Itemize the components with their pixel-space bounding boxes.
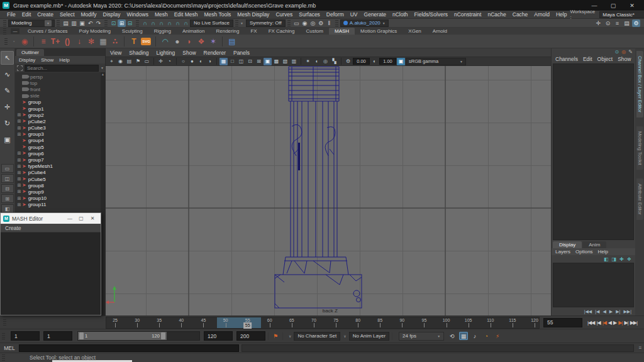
save-scene-icon[interactable]: ▣ xyxy=(78,19,86,27)
menu-windows[interactable]: Windows xyxy=(123,11,151,18)
render-current-frame-icon[interactable]: ◉ xyxy=(301,19,309,27)
shadows-icon[interactable]: ◖ xyxy=(313,58,321,65)
shelf-tab-motion-graphics[interactable]: Motion Graphics xyxy=(355,28,402,35)
grip-handle[interactable] xyxy=(136,20,139,26)
undo-icon[interactable]: ↶ xyxy=(86,19,94,27)
current-frame-marker[interactable]: 55 xyxy=(243,322,252,329)
menu-fields-solvers[interactable]: Fields/Solvers xyxy=(411,11,451,18)
outliner-item-pcube4[interactable]: ⊞➤pCube4 xyxy=(15,170,105,176)
layer-back-icon[interactable]: ◀ xyxy=(602,309,606,314)
layer-last-icon[interactable]: ▶▶| xyxy=(623,309,631,314)
chevron-icon[interactable]: ∨ xyxy=(343,334,346,338)
grip-handle[interactable] xyxy=(335,20,338,26)
image-plane-icon[interactable]: ▭ xyxy=(143,58,151,65)
render-settings-icon[interactable]: ⚙ xyxy=(317,19,325,27)
step-forward-frame-button[interactable]: ▶| xyxy=(624,320,628,326)
play-backwards-button[interactable]: ◀ xyxy=(608,320,611,326)
layer-fwd-icon[interactable]: ▶ xyxy=(609,309,613,314)
rotate-tool[interactable]: ↻ xyxy=(1,116,14,130)
expand-icon[interactable]: ⊞ xyxy=(16,119,22,124)
mash-curve-network-icon[interactable]: ◠ xyxy=(159,36,171,47)
menu-mesh-display[interactable]: Mesh Display xyxy=(234,11,272,18)
occlusion-icon[interactable]: ◎ xyxy=(321,58,330,65)
mash-swirl-icon[interactable]: ✻ xyxy=(85,36,97,47)
menu-file[interactable]: File xyxy=(4,11,19,18)
menu-deform[interactable]: Deform xyxy=(323,11,347,18)
mash-editor-titlebar[interactable]: M MASH Editor — ▢ ✕ xyxy=(1,213,101,224)
channel-manipulator-icon[interactable]: ✎ xyxy=(628,49,633,55)
isolate-select-icon[interactable]: ⊡ xyxy=(246,58,254,65)
menu-ncache[interactable]: nCache xyxy=(484,11,509,18)
outliner-item-top[interactable]: top xyxy=(15,80,105,86)
mel-input[interactable] xyxy=(19,344,239,352)
layer-first-icon[interactable]: |◀◀ xyxy=(584,309,592,314)
animation-end-field[interactable] xyxy=(236,331,265,341)
range-slider-bar[interactable]: 1 120 xyxy=(78,332,167,340)
grip-handle[interactable] xyxy=(235,20,238,26)
step-forward-key-button[interactable]: ▶| xyxy=(618,320,622,326)
mash-points-icon[interactable]: ∴ xyxy=(109,36,121,47)
outliner-item-persp[interactable]: persp xyxy=(15,74,105,80)
gamma-icon[interactable]: ◐ xyxy=(370,58,379,65)
new-scene-icon[interactable]: ▤ xyxy=(62,19,70,27)
close-button[interactable]: ✕ xyxy=(623,3,641,9)
loop-icon[interactable]: ⟲ xyxy=(448,332,457,340)
type-tool-icon[interactable]: T xyxy=(128,36,140,47)
grip-handle[interactable] xyxy=(2,354,5,361)
fps-dropdown[interactable]: 24 fps ▼ xyxy=(399,332,444,341)
shelf-tab-fx-caching[interactable]: FX Caching xyxy=(263,28,301,35)
layer-toggle-icon[interactable]: ◧ xyxy=(604,256,609,262)
auto-key-icon[interactable]: ⚡ xyxy=(493,332,502,340)
chevron-down-icon[interactable]: ▼ xyxy=(240,21,243,25)
viewport-menu-shading[interactable]: Shading xyxy=(129,50,148,56)
menu-set-dropdown[interactable]: Modeling ▼ xyxy=(8,19,55,27)
viewport-menu-show[interactable]: Show xyxy=(182,50,196,56)
channel-box-menu-show[interactable]: Show xyxy=(618,56,631,62)
grip-handle[interactable] xyxy=(287,20,291,26)
menu-edit-mesh[interactable]: Edit Mesh xyxy=(171,11,201,18)
menu-curves[interactable]: Curves xyxy=(272,11,296,18)
layer-menu-options[interactable]: Options xyxy=(575,249,593,255)
mash-sweep-icon[interactable]: ✶ xyxy=(207,36,219,47)
channel-box-menu-edit[interactable]: Edit xyxy=(583,56,592,62)
outliner-item-side[interactable]: side xyxy=(15,93,105,99)
shelf-tab-mash[interactable]: MASH xyxy=(329,28,355,35)
layer-editor-content[interactable] xyxy=(553,263,634,307)
expand-icon[interactable]: ⊞ xyxy=(16,189,22,194)
side-tab-attribute-editor[interactable]: Attribute Editor xyxy=(636,178,643,220)
menu-help[interactable]: Help xyxy=(553,11,570,18)
redo-icon[interactable]: ↷ xyxy=(94,19,103,27)
outliner-item-group6[interactable]: ⊞➤group6 xyxy=(15,150,105,156)
grip-handle[interactable] xyxy=(57,20,60,26)
new-empty-layer-icon[interactable]: ✚ xyxy=(619,256,624,262)
mash-distribute-icon[interactable]: ≡ xyxy=(37,36,49,47)
gate-mask-icon[interactable]: ▩ xyxy=(272,58,280,65)
gamma-field[interactable]: 1.00 xyxy=(379,58,396,65)
mel-label[interactable]: MEL xyxy=(0,345,19,351)
textured-icon[interactable]: ◐ xyxy=(197,58,205,65)
search-input[interactable] xyxy=(25,65,99,72)
menu-display[interactable]: Display xyxy=(100,11,124,18)
chevron-icon[interactable]: ∨ xyxy=(289,334,291,338)
shelf-tab-rendering[interactable]: Rendering xyxy=(210,28,245,35)
mash-type-icon[interactable]: T+ xyxy=(49,36,61,47)
viewport-menu-view[interactable]: View xyxy=(110,50,121,56)
layer-visibility-icon[interactable]: ◨ xyxy=(612,256,617,262)
viewport-canvas[interactable]: back Z xyxy=(106,66,551,315)
exposure-icon[interactable]: ⚙ xyxy=(344,58,352,65)
range-end-handle[interactable] xyxy=(161,332,165,339)
scroll-up-icon[interactable]: ▲ xyxy=(101,72,105,76)
layer-menu-help[interactable]: Help xyxy=(598,249,608,255)
step-back-frame-button[interactable]: |◀ xyxy=(596,320,600,326)
menu-cache[interactable]: Cache xyxy=(509,11,531,18)
snap-point-icon[interactable]: ∩ xyxy=(157,19,165,27)
paint-select-tool[interactable]: ✎ xyxy=(1,84,14,97)
cached-playback-icon[interactable]: ◔ xyxy=(482,332,491,340)
channel-speed-icon[interactable]: ◎ xyxy=(621,49,626,55)
shelf-tab-curves-surfaces[interactable]: Curves / Surfaces xyxy=(22,28,74,35)
workspace-dropdown[interactable]: Maya Classic* ▼ xyxy=(599,11,644,18)
svg-tool-icon[interactable]: SVG xyxy=(141,38,151,45)
menu-edit[interactable]: Edit xyxy=(19,11,35,18)
expand-icon[interactable]: ⊞ xyxy=(16,151,22,156)
menu-nconstraint[interactable]: nConstraint xyxy=(451,11,484,18)
